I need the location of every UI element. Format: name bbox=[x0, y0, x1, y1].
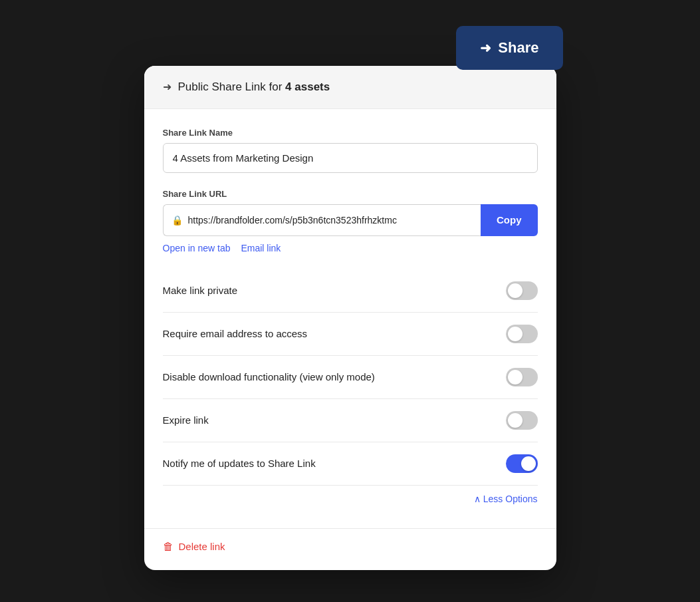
share-button[interactable]: ➜ Share bbox=[456, 26, 562, 70]
toggle-label-notify: Notify me of updates to Share Link bbox=[163, 458, 316, 469]
less-options-link[interactable]: ∧ Less Options bbox=[474, 494, 538, 504]
url-row: 🔒 https://brandfolder.com/s/p5b3n6tcn352… bbox=[163, 204, 538, 236]
toggle-row-email: Require email address to access bbox=[163, 313, 538, 356]
toggle-label-expire: Expire link bbox=[163, 414, 209, 426]
toggle-private[interactable] bbox=[506, 281, 538, 300]
toggle-email[interactable] bbox=[506, 325, 538, 343]
modal-body: Share Link Name Share Link URL 🔒 https:/… bbox=[144, 109, 556, 528]
email-link[interactable]: Email link bbox=[241, 243, 281, 253]
less-options-row: ∧ Less Options bbox=[163, 486, 538, 507]
options-section: Make link private Require email address … bbox=[163, 269, 538, 507]
toggle-expire[interactable] bbox=[506, 411, 538, 430]
toggle-row-notify: Notify me of updates to Share Link bbox=[163, 442, 538, 486]
modal-header-title: Public Share Link for 4 assets bbox=[178, 80, 330, 94]
modal-footer: 🗑 Delete link bbox=[144, 528, 556, 570]
toggle-row-private: Make link private bbox=[163, 269, 538, 313]
share-link-url-field: Share Link URL 🔒 https://brandfolder.com… bbox=[163, 189, 538, 253]
toggle-label-private: Make link private bbox=[163, 285, 238, 296]
trash-icon: 🗑 bbox=[163, 541, 174, 553]
toggle-row-download: Disable download functionality (view onl… bbox=[163, 356, 538, 399]
share-link-name-field: Share Link Name bbox=[163, 128, 538, 173]
copy-button[interactable]: Copy bbox=[481, 204, 538, 236]
lock-icon: 🔒 bbox=[172, 215, 183, 226]
share-header-icon: ➜ bbox=[163, 80, 172, 93]
toggle-label-download: Disable download functionality (view onl… bbox=[163, 371, 375, 382]
toggle-download[interactable] bbox=[506, 368, 538, 386]
url-actions: Open in new tab Email link bbox=[163, 243, 538, 253]
url-text: https://brandfolder.com/s/p5b3n6tcn3523h… bbox=[188, 215, 397, 226]
share-button-label: Share bbox=[498, 39, 538, 57]
share-link-name-label: Share Link Name bbox=[163, 128, 538, 138]
share-arrow-icon: ➜ bbox=[480, 40, 491, 56]
delete-link-button[interactable]: 🗑 Delete link bbox=[163, 541, 225, 553]
toggle-row-expire: Expire link bbox=[163, 399, 538, 442]
url-input-wrapper: 🔒 https://brandfolder.com/s/p5b3n6tcn352… bbox=[163, 204, 481, 236]
toggle-label-email: Require email address to access bbox=[163, 328, 308, 339]
open-in-new-tab-link[interactable]: Open in new tab bbox=[163, 243, 231, 253]
chevron-up-icon: ∧ bbox=[474, 494, 481, 504]
toggle-notify[interactable] bbox=[506, 454, 538, 473]
modal-header: ➜ Public Share Link for 4 assets bbox=[144, 66, 556, 109]
share-link-name-input[interactable] bbox=[163, 143, 538, 173]
modal: ➜ Public Share Link for 4 assets Share L… bbox=[144, 66, 556, 570]
less-options-label: Less Options bbox=[483, 494, 538, 504]
share-link-url-label: Share Link URL bbox=[163, 189, 538, 199]
delete-link-label: Delete link bbox=[179, 541, 225, 552]
page-wrapper: ➜ Share ➜ Public Share Link for 4 assets… bbox=[144, 33, 556, 570]
